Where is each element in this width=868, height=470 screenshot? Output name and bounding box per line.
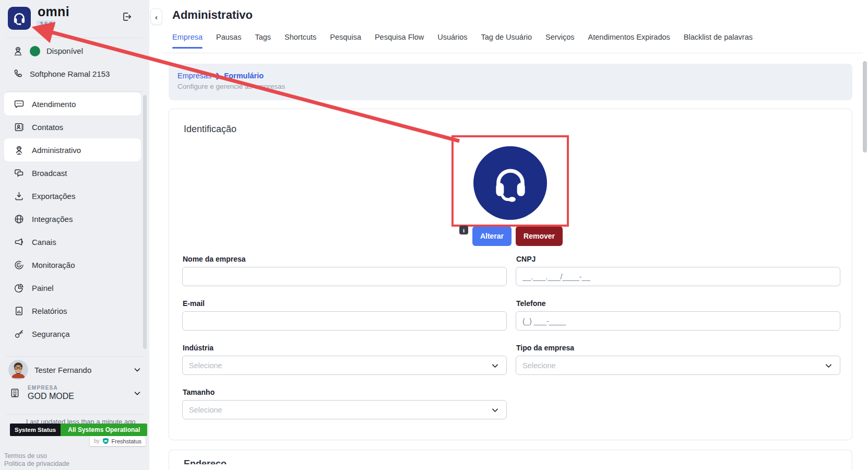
company-avatar[interactable] bbox=[473, 146, 547, 220]
page-title: Administrativo bbox=[172, 8, 253, 22]
main-content: Administrativo Empresa Pausas Tags Short… bbox=[149, 0, 868, 470]
telefone-input[interactable] bbox=[516, 311, 840, 331]
menu-label: Integrações bbox=[32, 215, 73, 224]
menu-label: Painel bbox=[32, 284, 54, 292]
tab-bar: Empresa Pausas Tags Shortcuts Pesquisa P… bbox=[172, 33, 753, 49]
section-title: Identificação bbox=[184, 124, 236, 135]
info-icon[interactable]: i bbox=[459, 226, 468, 234]
sidebar-item-relatorios[interactable]: Relatórios bbox=[4, 299, 141, 322]
field-nome: Nome da empresa bbox=[182, 255, 507, 286]
globe-icon bbox=[14, 214, 25, 225]
sidebar-menu: Atendimento Contatos Administrativo Broa… bbox=[4, 92, 141, 345]
select-placeholder: Selecione bbox=[189, 361, 222, 370]
user-menu[interactable]: Tester Fernando bbox=[8, 359, 142, 380]
availability-status[interactable]: Disponível bbox=[13, 45, 83, 56]
tab-shortcuts[interactable]: Shortcuts bbox=[284, 33, 316, 49]
breadcrumb-parent[interactable]: Empresas bbox=[177, 72, 211, 80]
divider bbox=[6, 38, 143, 38]
softphone-status[interactable]: Softphone Ramal 2153 bbox=[13, 68, 110, 79]
app-logo bbox=[8, 7, 31, 30]
admin-agent-icon bbox=[14, 145, 25, 156]
company-text: EMPRESA GOD MODE bbox=[28, 385, 125, 401]
chevron-down-icon bbox=[824, 361, 833, 370]
tab-atendimentos-expirados[interactable]: Atendimentos Expirados bbox=[588, 33, 670, 49]
menu-label: Broadcast bbox=[32, 169, 67, 178]
key-icon bbox=[14, 328, 25, 339]
terms-link[interactable]: Termos de uso bbox=[4, 452, 69, 460]
headset-icon bbox=[489, 162, 532, 205]
target-icon bbox=[14, 260, 25, 271]
menu-label: Atendimento bbox=[32, 100, 76, 109]
tab-usuarios[interactable]: Usuários bbox=[437, 33, 467, 49]
alterar-button[interactable]: Alterar bbox=[472, 226, 512, 246]
report-icon bbox=[14, 306, 25, 316]
breadcrumb-subtitle: Configure e gerencie as empresas bbox=[177, 83, 843, 90]
privacy-link[interactable]: Politica de privacidade bbox=[4, 460, 69, 468]
divider bbox=[6, 414, 143, 415]
remover-button[interactable]: Remover bbox=[516, 226, 563, 246]
avatar bbox=[8, 360, 28, 380]
tab-tags[interactable]: Tags bbox=[255, 33, 271, 49]
sidebar-item-atendimento[interactable]: Atendimento bbox=[4, 92, 141, 115]
sidebar-item-monitoracao[interactable]: Monitoração bbox=[4, 253, 141, 276]
tab-empresa[interactable]: Empresa bbox=[172, 33, 203, 49]
tabs-divider bbox=[162, 53, 863, 53]
field-tamanho: Tamanho Selecione bbox=[182, 388, 507, 419]
field-label: E-mail bbox=[183, 299, 506, 308]
select-placeholder: Selecione bbox=[522, 361, 556, 370]
sidebar-item-exportacoes[interactable]: Exportações bbox=[4, 184, 141, 207]
main-scrollbar[interactable] bbox=[863, 61, 867, 152]
tab-pesquisa-flow[interactable]: Pesquisa Flow bbox=[375, 33, 424, 49]
nome-input[interactable] bbox=[182, 267, 507, 286]
annotation-box bbox=[451, 135, 569, 227]
breadcrumb: Empresas ❯ Formulário bbox=[177, 72, 843, 80]
company-menu[interactable]: EMPRESA GOD MODE bbox=[9, 385, 142, 401]
email-input[interactable] bbox=[182, 311, 507, 331]
freshstatus-badge[interactable]: by Freshstatus bbox=[90, 436, 146, 446]
sidebar-collapse-button[interactable]: ‹ bbox=[150, 8, 162, 25]
chevron-down-icon bbox=[491, 361, 500, 370]
logout-icon[interactable] bbox=[121, 11, 133, 22]
field-label: Tamanho bbox=[183, 388, 506, 396]
sidebar-item-broadcast[interactable]: Broadcast bbox=[4, 161, 141, 184]
sidebar-header: omni 3.6.2 bbox=[0, 0, 149, 38]
user-name: Tester Fernando bbox=[34, 366, 126, 374]
chevron-down-icon bbox=[133, 389, 142, 398]
chevron-down-icon bbox=[491, 406, 500, 415]
cnpj-input[interactable] bbox=[516, 267, 840, 286]
select-placeholder: Selecione bbox=[189, 406, 222, 414]
field-tipo: Tipo da empresa Selecione bbox=[516, 344, 840, 375]
chevron-down-icon bbox=[133, 365, 142, 374]
tab-servicos[interactable]: Serviços bbox=[545, 33, 575, 49]
sidebar-item-seguranca[interactable]: Segurança bbox=[4, 322, 141, 345]
by-label: by bbox=[94, 438, 100, 444]
breadcrumb-separator-icon: ❯ bbox=[215, 72, 220, 79]
tab-pausas[interactable]: Pausas bbox=[216, 33, 241, 49]
company-name: GOD MODE bbox=[28, 392, 125, 401]
industria-select[interactable]: Selecione bbox=[182, 356, 507, 375]
tipo-select[interactable]: Selecione bbox=[516, 356, 840, 375]
tab-pesquisa[interactable]: Pesquisa bbox=[330, 33, 361, 49]
sidebar-item-canais[interactable]: Canais bbox=[4, 230, 141, 253]
sidebar-scrollbar[interactable] bbox=[143, 95, 147, 349]
megaphone-icon bbox=[14, 237, 25, 248]
sidebar-item-painel[interactable]: Painel bbox=[4, 276, 141, 299]
download-icon bbox=[14, 191, 25, 202]
footer-links: Termos de uso Politica de privacidade bbox=[4, 452, 69, 468]
tab-tag-de-usuario[interactable]: Tag de Usuário bbox=[481, 33, 532, 49]
tab-blacklist[interactable]: Blacklist de palavras bbox=[684, 33, 753, 49]
breadcrumb-card: Empresas ❯ Formulário Configure e gerenc… bbox=[169, 64, 852, 100]
headset-icon bbox=[11, 10, 27, 26]
field-label: CNPJ bbox=[516, 255, 840, 263]
system-status-pill: System Status bbox=[10, 424, 61, 436]
field-spacer bbox=[516, 388, 840, 419]
divider bbox=[6, 91, 143, 92]
sidebar-item-administrativo[interactable]: Administrativo bbox=[4, 138, 141, 161]
menu-label: Relatórios bbox=[32, 307, 67, 315]
address-card: Endereço bbox=[169, 450, 852, 470]
sidebar-item-integracoes[interactable]: Integrações bbox=[4, 207, 141, 230]
sidebar-item-contatos[interactable]: Contatos bbox=[4, 115, 141, 138]
company-label: EMPRESA bbox=[28, 385, 125, 391]
tamanho-select[interactable]: Selecione bbox=[182, 400, 507, 419]
breadcrumb-current: Formulário bbox=[224, 72, 264, 80]
